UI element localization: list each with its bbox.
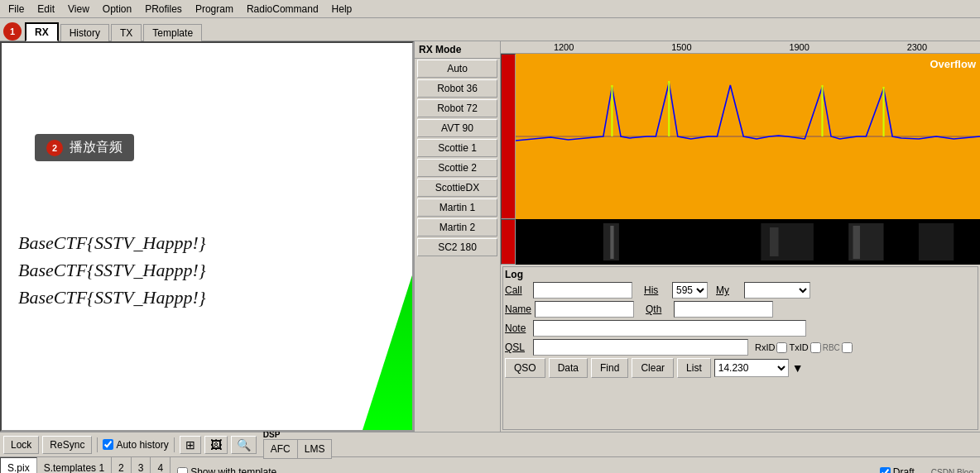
- freq-select[interactable]: 14.230 14.225: [714, 359, 789, 377]
- menu-radiocommand[interactable]: RadioCommand: [240, 2, 325, 17]
- svg-rect-11: [919, 223, 954, 260]
- rx-robot72[interactable]: Robot 72: [417, 99, 497, 117]
- status-right: Show with template Draft CSDN Blog: [171, 466, 980, 473]
- rx-avt90[interactable]: AVT 90: [417, 119, 497, 137]
- spectrum-svg: [516, 54, 980, 170]
- draft-label[interactable]: Draft: [880, 466, 915, 473]
- status-stemplates1[interactable]: S.templates 1: [37, 457, 112, 473]
- auto-history-checkbox[interactable]: [103, 439, 113, 450]
- sync-indicator[interactable]: 1: [3, 22, 22, 41]
- rx-martin1[interactable]: Martin 1: [417, 198, 497, 217]
- left-panel: 2 播放音频 BaseCTF{SSTV_Happp!} BaseCTF{SSTV…: [0, 41, 414, 432]
- menu-program[interactable]: Program: [189, 2, 240, 17]
- resync-button[interactable]: ReSync: [42, 436, 92, 454]
- txid-checkbox[interactable]: [810, 342, 821, 353]
- lock-button[interactable]: Lock: [3, 436, 39, 454]
- draft-checkbox[interactable]: [880, 467, 891, 474]
- note-input[interactable]: [533, 320, 806, 337]
- rbc-label: RBC: [823, 343, 840, 352]
- rx-scottiedx[interactable]: ScottieDX: [417, 179, 497, 197]
- find-button[interactable]: Find: [591, 358, 628, 378]
- tab-template[interactable]: Template: [143, 24, 202, 41]
- log-label: Log: [505, 269, 976, 280]
- axis-1900: 1900: [789, 42, 809, 52]
- rx-scottie1[interactable]: Scottie 1: [417, 139, 497, 157]
- step-number: 2: [46, 140, 63, 156]
- status-spix[interactable]: S.pix: [0, 457, 37, 473]
- menu-help[interactable]: Help: [325, 2, 359, 17]
- svg-rect-4: [516, 219, 980, 265]
- call-input[interactable]: [533, 282, 632, 299]
- log-row-note: Note: [505, 320, 976, 337]
- svg-rect-6: [610, 226, 613, 259]
- menu-option[interactable]: Option: [96, 2, 138, 17]
- sstv-area: 2 播放音频 BaseCTF{SSTV_Happp!} BaseCTF{SSTV…: [2, 43, 363, 430]
- menu-view[interactable]: View: [61, 2, 96, 17]
- show-template-label[interactable]: Show with template: [177, 466, 276, 473]
- rx-martin2[interactable]: Martin 2: [417, 218, 497, 236]
- list-button[interactable]: List: [677, 358, 711, 378]
- name-input[interactable]: [535, 301, 634, 318]
- status-tab-2[interactable]: 2: [112, 457, 132, 473]
- freq-dropdown-icon[interactable]: ▼: [792, 361, 804, 375]
- clear-button[interactable]: Clear: [632, 358, 674, 378]
- log-area: Log Call His 595 599 579 My Name: [502, 266, 978, 430]
- log-row-qsl: QSL RxID TxID RBC: [505, 339, 976, 356]
- log-row-name: Name Qth: [505, 301, 976, 318]
- tab-history[interactable]: History: [60, 24, 109, 41]
- his-select[interactable]: 595 599 579: [672, 282, 708, 299]
- status-tab-3[interactable]: 3: [132, 457, 151, 473]
- rx-scottie2[interactable]: Scottie 2: [417, 159, 497, 177]
- auto-history-text: Auto history: [116, 439, 168, 451]
- play-audio-button[interactable]: 2 播放音频: [35, 134, 134, 161]
- my-select[interactable]: [744, 282, 810, 299]
- note-label: Note: [505, 322, 530, 334]
- svg-rect-8: [770, 227, 779, 256]
- dsp-buttons: AFC LMS: [263, 439, 333, 459]
- waterfall-area: [501, 219, 980, 265]
- log-buttons-row: QSO Data Find Clear List 14.230 14.225 ▼: [505, 358, 976, 378]
- rx-sc2180[interactable]: SC2 180: [417, 238, 497, 256]
- tab-tx[interactable]: TX: [111, 24, 142, 41]
- call-label: Call: [505, 284, 530, 296]
- qso-button[interactable]: QSO: [505, 358, 545, 378]
- overflow-label: Overflow: [930, 58, 976, 70]
- my-label: My: [716, 284, 741, 296]
- data-button[interactable]: Data: [549, 358, 588, 378]
- rxid-checkbox[interactable]: [776, 342, 787, 353]
- show-template-checkbox[interactable]: [177, 467, 188, 474]
- main-content: 2 播放音频 BaseCTF{SSTV_Happp!} BaseCTF{SSTV…: [0, 41, 980, 432]
- spectrum-display: Overflow: [501, 54, 980, 219]
- search-icon-button[interactable]: 🔍: [231, 436, 257, 454]
- play-audio-label: 播放音频: [70, 139, 122, 156]
- draft-text: Draft: [893, 466, 915, 473]
- qsl-input[interactable]: [533, 339, 748, 356]
- rbc-checkbox[interactable]: [842, 342, 853, 353]
- copy-icon-button[interactable]: ⊞: [180, 436, 201, 454]
- toolbar-separator-2: [174, 437, 175, 452]
- name-label: Name: [505, 303, 531, 315]
- waterfall-canvas: [516, 219, 980, 265]
- menu-edit[interactable]: Edit: [31, 2, 61, 17]
- image-icon-button[interactable]: 🖼: [204, 436, 228, 454]
- svg-rect-7: [761, 223, 814, 260]
- green-bar: [363, 43, 412, 430]
- afc-button[interactable]: AFC: [264, 440, 298, 458]
- tab-rx[interactable]: RX: [25, 22, 59, 41]
- log-row-call: Call His 595 599 579 My: [505, 282, 976, 299]
- svg-rect-10: [853, 226, 860, 259]
- spectrum-red-bar: [501, 54, 516, 219]
- menu-profiles[interactable]: PRofiles: [138, 2, 189, 17]
- axis-1500: 1500: [671, 42, 691, 52]
- status-tab-4[interactable]: 4: [151, 457, 171, 473]
- show-template-text: Show with template: [190, 466, 276, 473]
- auto-history-label[interactable]: Auto history: [103, 439, 168, 451]
- rx-robot36[interactable]: Robot 36: [417, 79, 497, 98]
- waterfall-red-bar: [501, 219, 516, 265]
- menu-file[interactable]: File: [2, 2, 31, 17]
- rx-auto[interactable]: Auto: [417, 60, 497, 78]
- lms-button[interactable]: LMS: [298, 440, 332, 458]
- qth-input[interactable]: [674, 301, 773, 318]
- spectrum-axis: 1200 1500 1900 2300: [501, 41, 980, 54]
- menu-bar: File Edit View Option PRofiles Program R…: [0, 0, 980, 18]
